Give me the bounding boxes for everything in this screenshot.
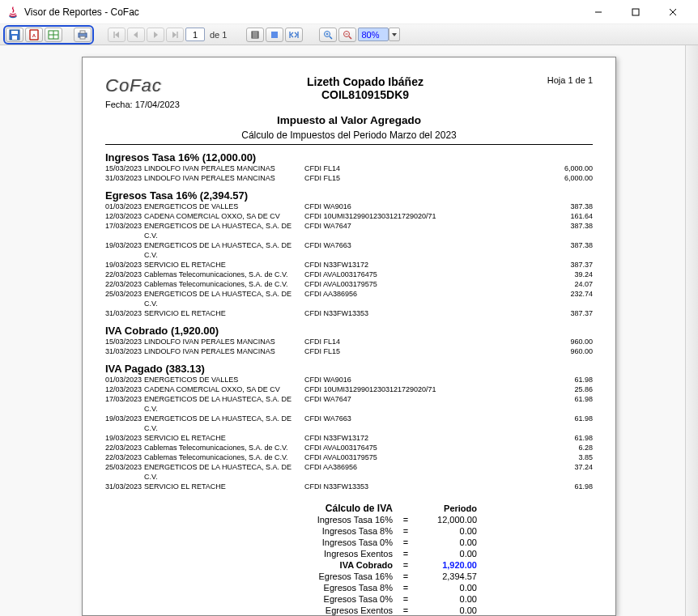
row-amount: 387.37 [528,308,593,318]
first-page-button[interactable] [108,28,126,42]
row-folio: CFDI AVAL003176475 [304,270,466,279]
report-row: 19/03/2023ENERGETICOS DE LA HUASTECA, S.… [105,414,593,433]
row-amount: 387.38 [528,240,593,260]
report-row: 19/03/2023ENERGETICOS DE LA HUASTECA, S.… [105,240,593,260]
row-date: 15/03/2023 [105,164,144,173]
row-folio: CFDI FL15 [304,173,466,183]
row-folio: CFDI AA386956 [304,289,466,308]
report-person-name: Lizeth Copado Ibáñez [219,75,512,88]
report-subtitle: Cálculo de Impuestos del Periodo Marzo d… [105,130,593,145]
row-folio: CFDI N33FW13353 [304,482,466,491]
row-date: 31/03/2023 [105,346,144,356]
row-date: 22/03/2023 [105,452,144,462]
row-description: ENERGETICOS DE LA HUASTECA, S.A. DE C.V. [144,240,304,260]
row-folio: CFDI 10UMI31299012303121729020/71 [304,211,466,221]
row-date: 12/03/2023 [105,384,144,394]
row-description: ENERGETICOS DE LA HUASTECA, S.A. DE C.V. [144,221,304,240]
row-date: 12/03/2023 [105,211,144,221]
row-amount: 61.98 [528,433,593,443]
maximize-button[interactable] [617,0,654,24]
report-row: 25/03/2023ENERGETICOS DE LA HUASTECA, S.… [105,289,593,308]
row-folio: CFDI WA7663 [304,240,466,260]
row-date: 17/03/2023 [105,394,144,414]
row-description: SERVICIO EL RETACHE [144,308,304,318]
report-row: 19/03/2023SERVICIO EL RETACHECFDI N33FW1… [105,433,593,443]
export-pdf-button[interactable]: A [25,28,43,42]
page-input[interactable] [185,28,205,41]
report-row: 25/03/2023ENERGETICOS DE LA HUASTECA, S.… [105,462,593,482]
row-folio: CFDI N33FW13172 [304,260,466,270]
row-folio: CFDI AVAL003179575 [304,279,466,289]
row-folio: CFDI WA7647 [304,394,466,414]
report-sections: Ingresos Tasa 16% (12,000.00)15/03/2023L… [105,151,593,491]
calc-value: 0.00 [412,593,477,605]
zoom-dropdown-button[interactable] [389,28,400,41]
row-description: LINDOLFO IVAN PERALES MANCINAS [144,346,304,356]
calc-row: Ingresos Tasa 0%=0.00 [221,537,477,548]
fit-page-button[interactable] [266,28,283,42]
row-description: ENERGETICOS DE VALLES [144,202,304,211]
calc-table: Cálculo de IVA Periodo Ingresos Tasa 16%… [221,503,477,616]
report-rfc: COIL810915DK9 [219,88,512,101]
export-excel-button[interactable] [45,28,62,42]
calc-label: Ingresos Tasa 8% [221,525,399,537]
report-row: 17/03/2023ENERGETICOS DE LA HUASTECA, S.… [105,221,593,240]
row-description: Cablemas Telecomunicaciones, S.A. de C.V… [144,279,304,289]
report-row: 01/03/2023ENERGETICOS DE VALLESCFDI WA90… [105,375,593,384]
zoom-in-button[interactable] [319,28,337,42]
row-amount: 61.98 [528,482,593,491]
row-date: 25/03/2023 [105,289,144,308]
row-date: 31/03/2023 [105,482,144,491]
row-amount: 6,000.00 [528,173,593,183]
row-amount: 960.00 [528,346,593,356]
svg-rect-5 [11,31,18,34]
nav-group: de 1 [105,25,232,45]
row-date: 25/03/2023 [105,462,144,482]
row-description: ENERGETICOS DE LA HUASTECA, S.A. DE C.V. [144,394,304,414]
save-button[interactable] [6,28,23,42]
prev-page-button[interactable] [127,28,145,42]
calc-label: Egresos Tasa 0% [221,593,399,605]
row-date: 22/03/2023 [105,443,144,452]
row-amount: 61.98 [528,375,593,384]
row-description: CADENA COMERCIAL OXXO, SA DE CV [144,211,304,221]
row-date: 31/03/2023 [105,308,144,318]
row-folio: CFDI N33FW13172 [304,433,466,443]
close-button[interactable] [654,0,692,24]
actual-size-button[interactable] [246,28,264,42]
equals-sign: = [399,537,412,548]
zoom-group [317,25,402,45]
row-description: SERVICIO EL RETACHE [144,260,304,270]
zoom-out-button[interactable] [338,28,356,42]
equals-sign: = [399,605,412,616]
next-page-button[interactable] [147,28,164,42]
vertical-scrollbar[interactable] [685,45,698,616]
row-date: 22/03/2023 [105,270,144,279]
calc-row: Egresos Tasa 16%=2,394.57 [221,571,477,582]
row-folio: CFDI FL15 [304,346,466,356]
fit-width-button[interactable] [285,28,303,42]
report-row: 15/03/2023LINDOLFO IVAN PERALES MANCINAS… [105,337,593,346]
section-title: IVA Cobrado (1,920.00) [105,325,593,337]
svg-rect-6 [12,36,17,40]
equals-sign: = [399,514,412,525]
minimize-button[interactable] [580,0,617,24]
row-folio: CFDI WA9016 [304,375,466,384]
section-title: Ingresos Tasa 16% (12,000.00) [105,151,593,164]
section-title: IVA Pagado (383.13) [105,363,593,375]
equals-sign: = [399,559,412,571]
row-description: ENERGETICOS DE LA HUASTECA, S.A. DE C.V. [144,414,304,433]
last-page-button[interactable] [166,28,184,42]
row-date: 19/03/2023 [105,414,144,433]
row-folio: CFDI AVAL003179575 [304,452,466,462]
zoom-input[interactable] [358,28,389,41]
svg-rect-14 [80,36,85,39]
print-button[interactable] [74,28,92,42]
calc-label: Egresos Tasa 16% [221,571,399,582]
report-row: 12/03/2023CADENA COMERCIAL OXXO, SA DE C… [105,211,593,221]
row-folio: CFDI AA386956 [304,462,466,482]
report-page: CoFac Fecha: 17/04/2023 Lizeth Copado Ib… [82,57,616,616]
report-row: 01/03/2023ENERGETICOS DE VALLESCFDI WA90… [105,202,593,211]
row-amount: 232.74 [528,289,593,308]
row-description: ENERGETICOS DE VALLES [144,375,304,384]
